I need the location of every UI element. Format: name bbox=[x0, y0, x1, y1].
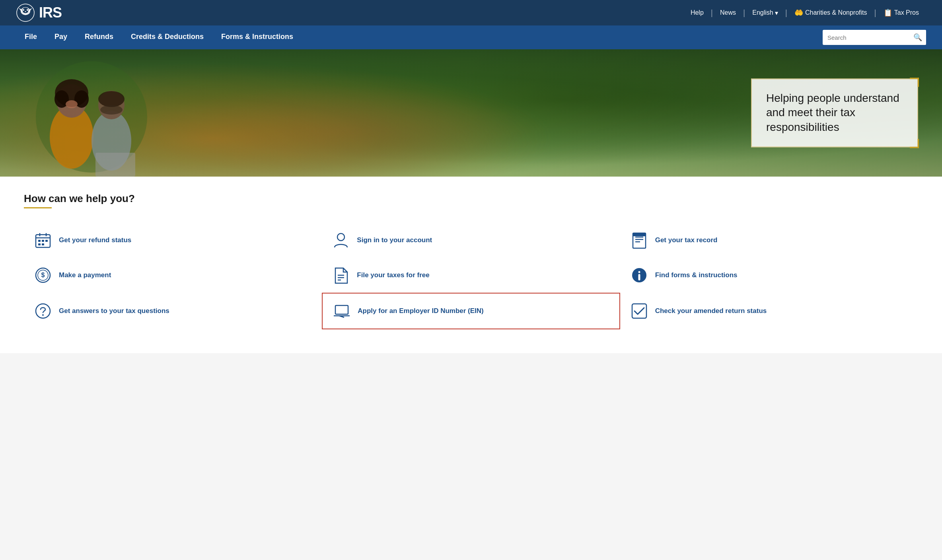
svg-point-40 bbox=[638, 271, 640, 273]
svg-point-3 bbox=[23, 9, 24, 11]
charities-label: Charities & Nonprofits bbox=[805, 9, 867, 16]
nav-credits[interactable]: Credits & Deductions bbox=[122, 25, 212, 49]
file-free-label: File your taxes for free bbox=[357, 271, 429, 279]
tax-record-item[interactable]: Get your tax record bbox=[620, 223, 918, 258]
svg-text:$: $ bbox=[41, 272, 45, 278]
tax-questions-item[interactable]: Get answers to your tax questions bbox=[24, 293, 322, 329]
utility-bar: IRS Help | News | English ▾ | 🤲 Charitie… bbox=[0, 0, 942, 25]
nav-bar: File Pay Refunds Credits & Deductions Fo… bbox=[0, 25, 942, 49]
nav-file[interactable]: File bbox=[16, 25, 46, 49]
question-circle-icon bbox=[33, 301, 53, 321]
svg-point-4 bbox=[27, 9, 28, 11]
svg-rect-25 bbox=[38, 243, 41, 245]
charities-icon: 🤲 bbox=[794, 8, 803, 17]
svg-rect-44 bbox=[335, 305, 348, 314]
amended-return-item[interactable]: Check your amended return status bbox=[620, 293, 918, 329]
help-link[interactable]: Help bbox=[683, 9, 711, 16]
document-lines-icon bbox=[630, 231, 649, 250]
search-icon: 🔍 bbox=[913, 33, 922, 41]
make-payment-item[interactable]: $ Make a payment bbox=[24, 258, 322, 293]
hero-tagline: Helping people understand and meet their… bbox=[766, 91, 903, 134]
dollar-circle-icon: $ bbox=[33, 266, 53, 285]
svg-point-27 bbox=[337, 233, 344, 241]
charities-link[interactable]: 🤲 Charities & Nonprofits bbox=[787, 8, 874, 17]
main-content: How can we help you? Get your refund sta… bbox=[0, 177, 942, 353]
tax-record-label: Get your tax record bbox=[655, 236, 718, 244]
section-title: How can we help you? bbox=[24, 192, 918, 205]
search-button[interactable]: 🔍 bbox=[909, 30, 926, 45]
language-selector[interactable]: English ▾ bbox=[745, 9, 785, 17]
language-label: English bbox=[752, 9, 773, 16]
hero-banner: Helping people understand and meet their… bbox=[0, 49, 942, 177]
amended-return-label: Check your amended return status bbox=[655, 307, 767, 315]
find-forms-label: Find forms & instructions bbox=[655, 271, 738, 279]
hero-text-box: Helping people understand and meet their… bbox=[751, 78, 918, 147]
irs-logo-text: IRS bbox=[39, 4, 62, 21]
nav-forms[interactable]: Forms & Instructions bbox=[212, 25, 302, 49]
refund-status-label: Get your refund status bbox=[59, 236, 131, 244]
svg-rect-41 bbox=[638, 274, 640, 280]
tax-questions-label: Get answers to your tax questions bbox=[59, 307, 169, 315]
help-grid: Get your refund status Sign in to your a… bbox=[24, 223, 918, 329]
ein-item[interactable]: Apply for an Employer ID Number (EIN) bbox=[322, 293, 620, 329]
svg-rect-24 bbox=[45, 240, 48, 242]
chevron-down-icon: ▾ bbox=[775, 9, 778, 17]
calendar-icon bbox=[33, 231, 53, 250]
logo-area[interactable]: IRS bbox=[16, 3, 62, 22]
ein-label: Apply for an Employer ID Number (EIN) bbox=[358, 307, 483, 315]
nav-refunds[interactable]: Refunds bbox=[76, 25, 122, 49]
document-text-icon bbox=[331, 266, 350, 285]
utility-links: Help | News | English ▾ | 🤲 Charities & … bbox=[683, 8, 926, 18]
svg-rect-23 bbox=[42, 240, 44, 242]
taxpros-icon: 📋 bbox=[884, 8, 892, 17]
make-payment-label: Make a payment bbox=[59, 271, 111, 279]
svg-point-42 bbox=[36, 304, 50, 318]
tax-pros-link[interactable]: 📋 Tax Pros bbox=[876, 8, 926, 17]
nav-pay[interactable]: Pay bbox=[46, 25, 76, 49]
refund-status-item[interactable]: Get your refund status bbox=[24, 223, 322, 258]
news-link[interactable]: News bbox=[713, 9, 743, 16]
person-icon bbox=[331, 231, 350, 250]
laptop-icon bbox=[332, 301, 351, 321]
find-forms-item[interactable]: Find forms & instructions bbox=[620, 258, 918, 293]
info-circle-icon bbox=[630, 266, 649, 285]
search-bar: 🔍 bbox=[823, 30, 926, 45]
svg-rect-32 bbox=[633, 233, 646, 236]
file-free-item[interactable]: File your taxes for free bbox=[322, 258, 620, 293]
irs-eagle-icon bbox=[16, 3, 35, 22]
svg-point-43 bbox=[42, 314, 44, 316]
svg-rect-26 bbox=[42, 243, 44, 245]
sign-in-label: Sign in to your account bbox=[357, 236, 432, 244]
checkmark-icon bbox=[630, 301, 649, 321]
search-input[interactable] bbox=[823, 31, 909, 44]
title-underline bbox=[24, 207, 52, 208]
tax-pros-label: Tax Pros bbox=[894, 9, 919, 16]
svg-rect-22 bbox=[38, 240, 41, 242]
sign-in-item[interactable]: Sign in to your account bbox=[322, 223, 620, 258]
main-nav: File Pay Refunds Credits & Deductions Fo… bbox=[16, 25, 302, 49]
